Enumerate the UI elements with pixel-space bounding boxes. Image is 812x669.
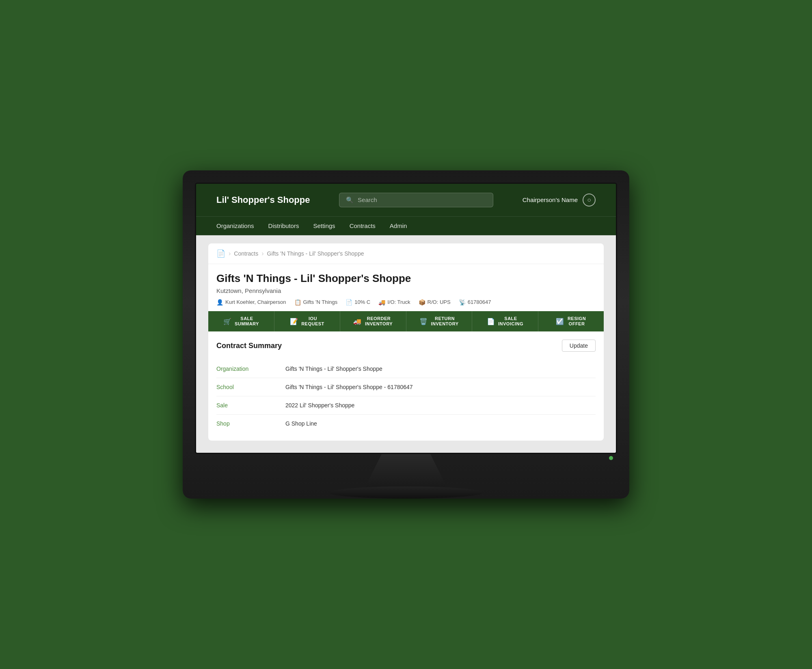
reorder-inventory-icon: 🚚 <box>353 318 362 325</box>
search-icon: 🔍 <box>346 196 354 204</box>
power-indicator <box>609 456 613 460</box>
label-organization: Organization <box>216 366 273 372</box>
sale-invoicing-icon: 📄 <box>487 318 495 325</box>
meta-commission: 📄 10% C <box>346 299 370 305</box>
meta-distributor-text: Gifts 'N Things <box>303 299 338 305</box>
tab-sale-summary[interactable]: 🛒 SALESUMMARY <box>208 311 274 331</box>
summary-header: Contract Summary Update <box>216 340 596 352</box>
nav-item-organizations[interactable]: Organizations <box>216 217 254 235</box>
meta-ups-text: R/O: UPS <box>428 299 451 305</box>
iou-request-icon: 📝 <box>290 318 298 325</box>
screen: Lil' Shopper's Shoppe 🔍 Search Chairpers… <box>195 183 617 454</box>
summary-row-organization: Organization Gifts 'N Things - Lil' Shop… <box>216 360 596 378</box>
meta-id-text: 61780647 <box>468 299 491 305</box>
value-sale: 2022 Lil' Shopper's Shoppe <box>285 402 354 409</box>
action-tabs: 🛒 SALESUMMARY 📝 IOUREQUEST 🚚 REORDERINVE… <box>208 311 604 331</box>
breadcrumb-doc-icon: 📄 <box>216 249 225 258</box>
search-bar[interactable]: 🔍 Search <box>339 193 493 207</box>
nav: Organizations Distributors Settings Cont… <box>196 217 616 235</box>
tab-reorder-inventory-label: REORDERINVENTORY <box>365 316 393 327</box>
breadcrumb-contracts[interactable]: Contracts <box>234 250 258 257</box>
label-sale: Sale <box>216 402 273 409</box>
monitor-base <box>329 486 483 499</box>
tab-resign-offer[interactable]: ☑️ RESIGNOFFER <box>538 311 604 331</box>
user-avatar-icon[interactable]: ○ <box>583 194 596 207</box>
tab-sale-summary-label: SALESUMMARY <box>235 316 259 327</box>
breadcrumb: 📄 › Contracts › Gifts 'N Things - Lil' S… <box>208 243 604 264</box>
monitor-stand <box>365 454 447 486</box>
app-title: Lil' Shopper's Shoppe <box>216 195 310 205</box>
meta-chairperson-text: Kurt Koehler, Chairperson <box>225 299 286 305</box>
contract-location: Kutztown, Pennsylvania <box>216 287 596 294</box>
header: Lil' Shopper's Shoppe 🔍 Search Chairpers… <box>196 184 616 217</box>
person-icon: 👤 <box>216 299 223 305</box>
contract-title: Gifts 'N Things - Lil' Shopper's Shoppe <box>216 272 596 285</box>
user-name: Chairperson's Name <box>523 196 578 203</box>
contract-header: Gifts 'N Things - Lil' Shopper's Shoppe … <box>208 264 604 311</box>
tab-iou-request-label: IOUREQUEST <box>301 316 324 327</box>
tab-sale-invoicing[interactable]: 📄 SALEINVOICING <box>472 311 538 331</box>
value-shop: G Shop Line <box>285 420 317 427</box>
value-school: Gifts 'N Things - Lil' Shopper's Shoppe … <box>285 384 413 390</box>
resign-offer-icon: ☑️ <box>556 318 564 325</box>
return-inventory-icon: 🗑️ <box>419 318 428 325</box>
tab-return-inventory[interactable]: 🗑️ RETURNINVENTORY <box>406 311 473 331</box>
meta-commission-text: 10% C <box>354 299 370 305</box>
breadcrumb-current: Gifts 'N Things - Lil' Shopper's Shoppe <box>267 250 364 257</box>
search-placeholder: Search <box>358 196 377 203</box>
meta-distributor: 📋 Gifts 'N Things <box>294 299 338 305</box>
user-area: Chairperson's Name ○ <box>523 194 596 207</box>
contract-meta: 👤 Kurt Koehler, Chairperson 📋 Gifts 'N T… <box>216 299 596 311</box>
truck-icon: 🚚 <box>378 299 385 305</box>
meta-id: 📡 61780647 <box>459 299 491 305</box>
box-icon: 📦 <box>419 299 425 305</box>
nav-item-distributors[interactable]: Distributors <box>268 217 299 235</box>
clipboard-icon: 📋 <box>294 299 301 305</box>
breadcrumb-sep-1: › <box>229 250 231 257</box>
doc-icon: 📄 <box>346 299 352 305</box>
label-shop: Shop <box>216 420 273 427</box>
tab-return-inventory-label: RETURNINVENTORY <box>431 316 458 327</box>
tab-iou-request[interactable]: 📝 IOUREQUEST <box>274 311 341 331</box>
monitor: Lil' Shopper's Shoppe 🔍 Search Chairpers… <box>183 170 629 499</box>
meta-truck: 🚚 I/O: Truck <box>378 299 410 305</box>
summary-section: Contract Summary Update Organization Gif… <box>208 331 604 441</box>
summary-row-school: School Gifts 'N Things - Lil' Shopper's … <box>216 378 596 396</box>
summary-row-sale: Sale 2022 Lil' Shopper's Shoppe <box>216 396 596 415</box>
breadcrumb-sep-2: › <box>261 250 263 257</box>
tab-reorder-inventory[interactable]: 🚚 REORDERINVENTORY <box>340 311 406 331</box>
summary-title: Contract Summary <box>216 342 282 350</box>
meta-truck-text: I/O: Truck <box>387 299 410 305</box>
summary-row-shop: Shop G Shop Line <box>216 415 596 432</box>
label-school: School <box>216 384 273 390</box>
content-area: 📄 › Contracts › Gifts 'N Things - Lil' S… <box>196 235 616 453</box>
meta-chairperson: 👤 Kurt Koehler, Chairperson <box>216 299 286 305</box>
nav-item-contracts[interactable]: Contracts <box>350 217 376 235</box>
tab-resign-offer-label: RESIGNOFFER <box>568 316 586 327</box>
nav-item-admin[interactable]: Admin <box>390 217 407 235</box>
value-organization: Gifts 'N Things - Lil' Shopper's Shoppe <box>285 366 382 372</box>
nav-item-settings[interactable]: Settings <box>313 217 335 235</box>
tab-sale-invoicing-label: SALEINVOICING <box>498 316 523 327</box>
update-button[interactable]: Update <box>562 340 596 352</box>
signal-icon: 📡 <box>459 299 466 305</box>
sale-summary-icon: 🛒 <box>223 318 232 325</box>
meta-ups: 📦 R/O: UPS <box>419 299 451 305</box>
main-card: 📄 › Contracts › Gifts 'N Things - Lil' S… <box>208 243 604 441</box>
